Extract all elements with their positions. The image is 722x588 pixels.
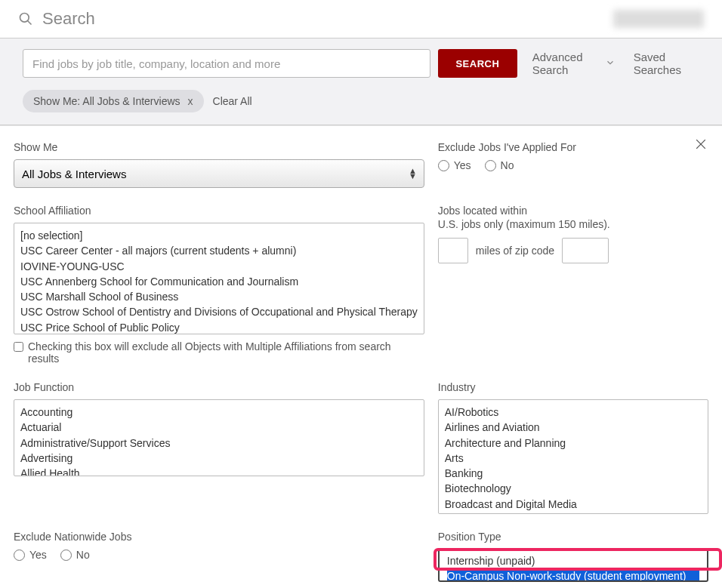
exclude-multi-affiliation-checkbox[interactable]: [14, 342, 23, 352]
advanced-search-link[interactable]: Advanced Search: [532, 51, 616, 76]
school-affiliation-label: School Affiliation: [14, 205, 424, 217]
filter-panel: Show Me All Jobs & Interviews ▲▼ Exclude…: [0, 125, 722, 588]
close-icon[interactable]: [693, 137, 708, 154]
search-button[interactable]: SEARCH: [438, 49, 517, 78]
list-item[interactable]: USC Price School of Public Policy: [20, 320, 418, 334]
exclude-nationwide-label: Exclude Nationwide Jobs: [14, 531, 424, 543]
filter-pill-label: Show Me: All Jobs & Interviews: [33, 95, 180, 107]
list-item[interactable]: [no selection]: [20, 228, 418, 243]
show-me-select[interactable]: All Jobs & Interviews: [14, 159, 424, 188]
school-affiliation-section: School Affiliation [no selection]USC Car…: [14, 205, 424, 365]
active-filter-pill: Show Me: All Jobs & Interviews x: [23, 90, 204, 112]
global-search-label[interactable]: Search: [42, 9, 95, 29]
jobs-within-help: U.S. jobs only (maximum 150 miles).: [438, 218, 708, 230]
remove-filter-icon[interactable]: x: [188, 95, 193, 107]
jobs-within-section: Jobs located within U.S. jobs only (maxi…: [438, 205, 708, 365]
position-type-listbox[interactable]: Internship (unpaid)On-Campus Non-work-st…: [438, 549, 708, 582]
advanced-search-label: Advanced Search: [532, 51, 600, 76]
list-item[interactable]: USC Annenberg School for Communication a…: [20, 274, 418, 289]
list-item[interactable]: USC Marshall School of Business: [20, 289, 418, 304]
show-me-label: Show Me: [14, 141, 424, 153]
search-icon: [18, 11, 33, 26]
exclude-applied-yes[interactable]: Yes: [438, 159, 471, 171]
list-item[interactable]: Actuarial: [20, 420, 418, 435]
exclude-nationwide-section: Exclude Nationwide Jobs Yes No: [14, 531, 424, 582]
position-type-label: Position Type: [438, 531, 708, 543]
job-search-input[interactable]: [23, 49, 430, 78]
search-subbar: SEARCH Advanced Search Saved Searches Sh…: [0, 38, 722, 125]
list-item[interactable]: Allied Health: [20, 466, 418, 476]
list-item[interactable]: Administrative/Support Services: [20, 436, 418, 451]
industry-section: Industry AI/RoboticsAirlines and Aviatio…: [438, 381, 708, 514]
exclude-applied-no[interactable]: No: [485, 159, 514, 171]
school-affiliation-listbox[interactable]: [no selection]USC Career Center - all ma…: [14, 223, 424, 334]
list-item[interactable]: Broadcast and Digital Media: [445, 497, 702, 512]
exclude-applied-section: Exclude Jobs I've Applied For Yes No: [438, 141, 708, 188]
list-item[interactable]: Architecture and Planning: [445, 436, 702, 451]
list-item[interactable]: USC Career Center - all majors (current …: [20, 243, 418, 258]
clear-all-link[interactable]: Clear All: [213, 95, 252, 107]
avatar[interactable]: [613, 10, 704, 28]
position-type-section: Position Type Internship (unpaid)On-Camp…: [438, 531, 708, 582]
zip-input[interactable]: [562, 238, 609, 263]
list-item[interactable]: Accounting: [20, 405, 418, 420]
list-item[interactable]: Biotechnology: [445, 481, 702, 496]
list-item[interactable]: Advertising: [20, 451, 418, 466]
exclude-nationwide-yes[interactable]: Yes: [14, 549, 47, 561]
list-item[interactable]: Arts: [445, 451, 702, 466]
job-function-listbox[interactable]: AccountingActuarialAdministrative/Suppor…: [14, 399, 424, 476]
svg-line-1: [28, 21, 32, 25]
job-function-label: Job Function: [14, 381, 424, 393]
exclude-applied-label: Exclude Jobs I've Applied For: [438, 141, 708, 153]
list-item[interactable]: Child Care: [445, 512, 702, 514]
chevron-down-icon: [605, 57, 616, 70]
list-item[interactable]: Internship (unpaid): [447, 553, 699, 568]
job-function-section: Job Function AccountingActuarialAdminist…: [14, 381, 424, 514]
industry-listbox[interactable]: AI/RoboticsAirlines and AviationArchitec…: [438, 399, 708, 514]
list-item[interactable]: IOVINE-YOUNG-USC: [20, 259, 418, 274]
industry-label: Industry: [438, 381, 708, 393]
jobs-within-label: Jobs located within: [438, 205, 708, 217]
miles-input[interactable]: [438, 238, 468, 263]
list-item[interactable]: USC Ostrow School of Dentistry and Divis…: [20, 304, 418, 319]
exclude-nationwide-no[interactable]: No: [60, 549, 90, 561]
list-item[interactable]: Airlines and Aviation: [445, 420, 702, 435]
list-item[interactable]: On-Campus Non-work-study (student employ…: [447, 568, 699, 582]
miles-text: miles of zip code: [476, 245, 554, 257]
list-item[interactable]: Banking: [445, 466, 702, 481]
list-item[interactable]: AI/Robotics: [445, 405, 702, 420]
svg-point-0: [20, 14, 29, 23]
saved-searches-link[interactable]: Saved Searches: [634, 51, 699, 76]
show-me-section: Show Me All Jobs & Interviews ▲▼: [14, 141, 424, 188]
topbar: Search: [0, 0, 722, 38]
exclude-multi-affiliation-label: Checking this box will exclude all Objec…: [28, 340, 424, 365]
